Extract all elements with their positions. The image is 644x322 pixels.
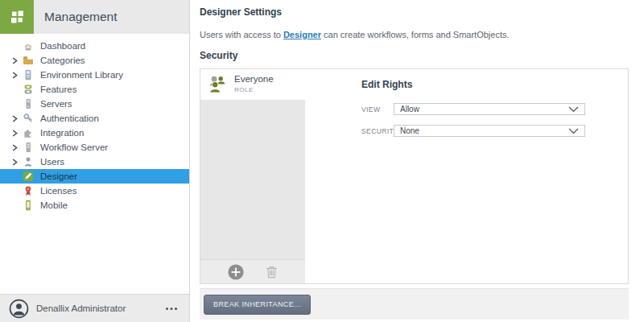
chevron-right-icon[interactable]: [12, 115, 23, 122]
sidebar-item-label: Designer: [40, 171, 77, 181]
page-title: Designer Settings: [200, 6, 644, 18]
folder-icon: [23, 55, 34, 66]
sidebar-item-features[interactable]: Features: [0, 82, 189, 97]
description-suffix: can create workflows, forms and SmartObj…: [321, 30, 510, 39]
app-window: Management DashboardCategoriesEnvironmen…: [0, 0, 644, 322]
sidebar: Management DashboardCategoriesEnvironmen…: [0, 0, 190, 322]
sidebar-header: Management: [0, 0, 189, 34]
trash-icon[interactable]: [266, 265, 278, 279]
user-icon: [23, 156, 34, 167]
sidebar-item-mobile[interactable]: Mobile: [0, 198, 189, 213]
designer-icon: [23, 171, 34, 182]
sidebar-item-designer[interactable]: Designer: [0, 169, 189, 184]
chevron-down-icon: [568, 128, 579, 134]
page-description: Users with access to Designer can create…: [200, 30, 644, 39]
sidebar-item-environment-library[interactable]: Environment Library: [0, 68, 189, 82]
view-label: VIEW: [361, 105, 394, 114]
card-footer: BREAK INHERITANCE...: [200, 288, 629, 320]
chevron-right-icon[interactable]: [12, 57, 23, 64]
role-list-background: [200, 100, 305, 259]
chevron-right-icon[interactable]: [12, 130, 23, 137]
mobile-icon: [23, 200, 34, 211]
license-icon: [23, 185, 34, 196]
edit-rights-title: Edit Rights: [361, 79, 628, 90]
sidebar-item-label: Categories: [40, 56, 85, 65]
sidebar-item-licenses[interactable]: Licenses: [0, 184, 189, 198]
sidebar-item-integration[interactable]: Integration: [0, 126, 189, 140]
features-icon: [23, 84, 34, 95]
role-item-everyone[interactable]: Everyone ROLE: [200, 69, 305, 100]
sidebar-item-dashboard[interactable]: Dashboard: [0, 39, 189, 53]
chevron-right-icon[interactable]: [12, 144, 23, 151]
security-card: Everyone ROLE Edit Rights VIEW Allow: [200, 68, 629, 284]
chevron-right-icon[interactable]: [12, 159, 23, 166]
sidebar-item-workflow-server[interactable]: Workflow Server: [0, 140, 189, 155]
edit-rights-pane: Edit Rights VIEW Allow SECURITY None: [305, 69, 628, 283]
role-type-label: ROLE: [234, 86, 274, 93]
workflow-server-icon: [23, 142, 34, 153]
app-title: Management: [34, 0, 189, 34]
security-label: SECURITY: [361, 127, 394, 135]
key-icon: [23, 113, 34, 124]
ellipsis-icon[interactable]: [163, 303, 180, 314]
sidebar-item-label: Servers: [40, 99, 72, 109]
sidebar-item-label: Integration: [40, 128, 84, 138]
view-rights-row: VIEW Allow: [361, 103, 628, 115]
break-inheritance-button[interactable]: BREAK INHERITANCE...: [204, 295, 311, 315]
role-name: Everyone: [234, 74, 274, 85]
user-name: Denallix Administrator: [36, 303, 126, 313]
sidebar-item-categories[interactable]: Categories: [0, 53, 189, 68]
server-icon: [23, 98, 34, 109]
security-rights-row: SECURITY None: [361, 125, 628, 137]
user-bar: Denallix Administrator: [0, 294, 189, 322]
sidebar-item-label: Mobile: [40, 200, 68, 210]
role-list: Everyone ROLE: [200, 69, 305, 283]
people-icon: [207, 74, 228, 95]
chevron-right-icon[interactable]: [12, 72, 23, 79]
sidebar-item-label: Authentication: [40, 114, 99, 123]
main-panel: Designer Settings Users with access to D…: [190, 0, 644, 322]
sidebar-item-label: Users: [40, 157, 64, 167]
sidebar-nav: DashboardCategoriesEnvironment LibraryFe…: [0, 34, 189, 294]
view-select[interactable]: Allow: [394, 103, 585, 115]
avatar-icon: [9, 299, 29, 319]
sidebar-item-label: Workflow Server: [40, 142, 108, 152]
plus-icon[interactable]: [228, 264, 244, 280]
description-prefix: Users with access to: [200, 30, 283, 39]
view-select-value: Allow: [400, 105, 419, 114]
designer-link[interactable]: Designer: [283, 30, 321, 39]
cabinet-icon: [23, 69, 34, 80]
app-logo-icon: [0, 0, 34, 34]
puzzle-icon: [23, 127, 34, 138]
security-select[interactable]: None: [394, 125, 585, 137]
security-section-title: Security: [200, 50, 644, 61]
security-select-value: None: [400, 126, 419, 135]
sidebar-item-servers[interactable]: Servers: [0, 97, 189, 111]
sidebar-item-label: Features: [40, 85, 76, 94]
sidebar-item-label: Licenses: [40, 186, 76, 196]
sidebar-item-authentication[interactable]: Authentication: [0, 111, 189, 126]
sidebar-item-users[interactable]: Users: [0, 155, 189, 169]
sidebar-item-label: Environment Library: [40, 70, 123, 80]
dashboard-icon: [23, 40, 34, 52]
chevron-down-icon: [568, 106, 579, 113]
sidebar-item-label: Dashboard: [40, 41, 85, 51]
role-list-toolbar: [200, 259, 305, 283]
